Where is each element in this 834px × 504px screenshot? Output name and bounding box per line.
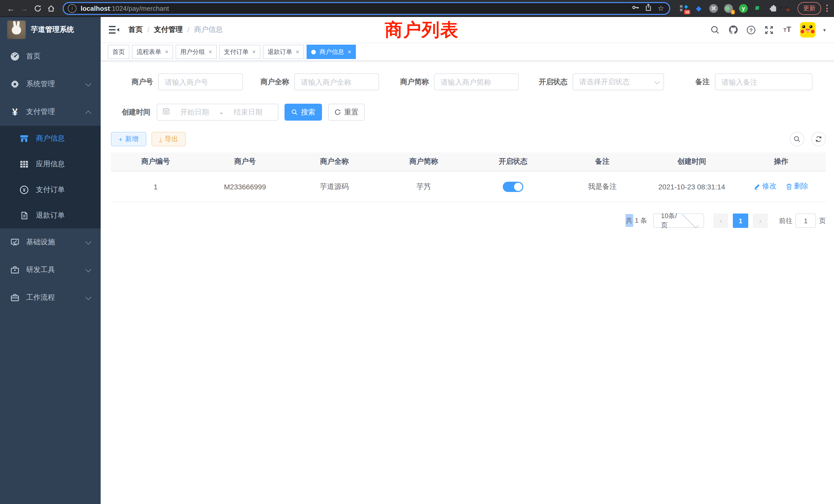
col-full-name: 商户全称 — [290, 153, 379, 171]
tags-view-bar: 首页 流程表单× 用户分组× 支付订单× 退款订单× 商户信息× — [101, 43, 834, 61]
avatar[interactable] — [800, 22, 815, 38]
search-icon[interactable] — [710, 25, 721, 35]
refresh-button[interactable] — [811, 132, 826, 146]
prev-page-button[interactable]: ‹ — [713, 213, 728, 228]
merchant-no-input[interactable] — [158, 73, 243, 90]
export-button[interactable]: ↓导出 — [151, 132, 185, 146]
status-select[interactable]: 请选择开启状态 — [573, 73, 664, 90]
next-page-button[interactable]: › — [753, 213, 768, 228]
dashboard-icon — [10, 52, 20, 61]
sidebar-item-infrastructure[interactable]: 基础设施 — [0, 228, 101, 256]
briefcase-icon — [10, 293, 20, 302]
pagination: 共 1 条 10条/页 ‹ 1 › 前往页 — [111, 213, 826, 228]
sidebar-item-merchant-info[interactable]: 商户信息 — [0, 126, 101, 152]
delete-link[interactable]: 删除 — [786, 182, 808, 191]
breadcrumb-payment[interactable]: 支付管理 — [154, 25, 183, 35]
sidebar-item-workflow[interactable]: 工作流程 — [0, 284, 101, 312]
sidebar-item-label: 系统管理 — [26, 79, 55, 89]
close-icon[interactable]: × — [208, 49, 212, 55]
sidebar-item-system[interactable]: 系统管理 — [0, 70, 101, 98]
forward-icon[interactable]: → — [18, 2, 31, 15]
address-bar[interactable]: i localhost:1024/pay/merchant ☆ — [63, 2, 670, 15]
add-button[interactable]: +新增 — [111, 132, 146, 146]
header-actions: ? TT ▾ — [710, 22, 826, 38]
sidebar-item-pay-order[interactable]: ¥ 支付订单 — [0, 177, 101, 203]
briefcase-icon — [10, 265, 20, 275]
y-extension-icon[interactable]: y — [739, 4, 748, 13]
sheets-extension-icon[interactable] — [754, 4, 763, 13]
browser-menu-icon[interactable] — [826, 5, 828, 12]
logo-image — [7, 21, 26, 39]
bookmark-star-icon[interactable]: ☆ — [658, 5, 664, 12]
sidebar-item-dev-tools[interactable]: 研发工具 — [0, 256, 101, 284]
status-toggle[interactable] — [503, 181, 523, 192]
remark-input[interactable] — [715, 73, 812, 90]
edit-link[interactable]: 修改 — [754, 182, 776, 191]
password-key-icon[interactable] — [632, 3, 640, 13]
reload-icon[interactable] — [31, 2, 44, 15]
tab-pay-order[interactable]: 支付订单× — [219, 45, 260, 59]
start-date-placeholder[interactable]: 开始日期 — [170, 108, 219, 117]
pagination-total: 共 1 条 — [625, 216, 647, 225]
svg-text:?: ? — [750, 27, 753, 33]
avatar-caret-icon[interactable]: ▾ — [823, 27, 826, 32]
col-remark: 备注 — [558, 153, 647, 171]
page-number-current[interactable]: 1 — [733, 213, 748, 228]
search-button[interactable]: 搜索 — [285, 104, 322, 121]
sidebar-item-refund-order[interactable]: 退款订单 — [0, 203, 101, 228]
sidebar-item-label: 退款订单 — [36, 211, 65, 220]
help-icon[interactable]: ? — [746, 25, 756, 35]
status-label: 开启状态 — [539, 77, 568, 87]
home-icon[interactable] — [44, 2, 58, 15]
font-size-icon[interactable]: TT — [782, 25, 792, 35]
end-date-placeholder[interactable]: 结束日期 — [224, 108, 273, 117]
col-short-name: 商户简称 — [379, 153, 468, 171]
tab-user-group[interactable]: 用户分组× — [176, 45, 217, 59]
close-icon[interactable]: × — [165, 49, 169, 55]
plus-icon: + — [118, 135, 123, 143]
close-icon[interactable]: × — [348, 49, 351, 55]
sidekick-extension-icon[interactable]: ◆ 10 — [679, 4, 688, 13]
tab-process-form[interactable]: 流程表单× — [132, 45, 173, 59]
site-info-icon[interactable]: i — [68, 4, 76, 13]
cell-remark: 我是备注 — [558, 171, 647, 202]
breadcrumb-home[interactable]: 首页 — [128, 25, 143, 35]
sidebar-item-payment[interactable]: ¥ 支付管理 — [0, 98, 101, 126]
tab-counter-extension-icon[interactable]: 1 — [724, 4, 733, 13]
extensions-puzzle-icon[interactable] — [769, 4, 777, 13]
page-header: 首页 / 支付管理 / 商户信息 商户列表 ? — [101, 17, 834, 43]
back-icon[interactable]: ← — [4, 2, 18, 15]
merchant-short-input[interactable] — [434, 73, 519, 90]
close-icon[interactable]: × — [296, 49, 300, 55]
close-icon[interactable]: × — [252, 49, 256, 55]
gem-extension-icon[interactable]: ◆ — [694, 4, 703, 13]
sidebar-item-home[interactable]: 首页 — [0, 43, 101, 70]
chevron-up-icon — [86, 111, 91, 116]
sidebar-item-label: 基础设施 — [26, 238, 55, 247]
page-size-select[interactable]: 10条/页 — [653, 213, 704, 228]
merchant-name-input[interactable] — [294, 73, 379, 90]
tab-refund-order[interactable]: 退款订单× — [263, 45, 304, 59]
calendar-icon — [162, 107, 170, 117]
goto-page-input[interactable] — [795, 213, 816, 228]
app-title: 芋道管理系统 — [31, 25, 74, 35]
tab-home[interactable]: 首页 — [108, 45, 129, 59]
date-range-picker[interactable]: 开始日期 - 结束日期 — [157, 104, 278, 121]
github-icon[interactable] — [728, 25, 739, 35]
svg-text:¥: ¥ — [23, 188, 25, 193]
payment-submenu: 商户信息 应用信息 ¥ 支付订单 — [0, 126, 101, 228]
url-path: :1024/pay/merchant — [110, 4, 169, 12]
share-icon[interactable] — [645, 3, 653, 13]
toggle-search-button[interactable] — [790, 132, 804, 146]
chrome-update-button[interactable]: 更新 — [797, 2, 821, 15]
filter-row-1: 商户号 商户全称 商户简称 开启状态 请选择开启状态 备注 — [111, 73, 826, 90]
tab-merchant-info[interactable]: 商户信息× — [307, 45, 356, 59]
sidebar-toggle-icon[interactable] — [109, 25, 120, 35]
cell-short-name: 芋艿 — [379, 171, 468, 202]
reset-button[interactable]: 重置 — [328, 104, 365, 121]
app-logo[interactable]: 芋道管理系统 — [0, 17, 101, 43]
sidebar-item-app-info[interactable]: 应用信息 — [0, 152, 101, 177]
emoji-extension-icon[interactable] — [784, 4, 792, 13]
fullscreen-icon[interactable] — [764, 25, 774, 35]
command-extension-icon[interactable]: ⌘ — [709, 4, 718, 13]
